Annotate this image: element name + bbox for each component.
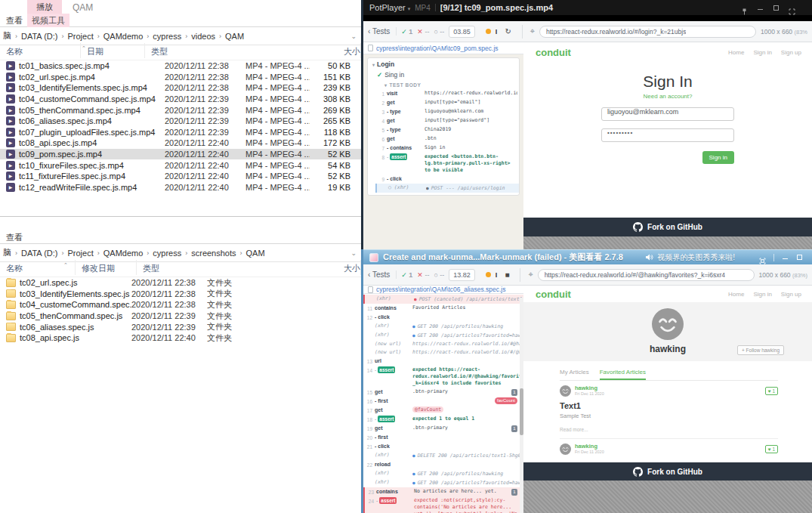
file-row[interactable]: ▶tc05_thenCommand.spec.js.mp42020/12/11 … [0, 104, 361, 116]
log-row[interactable]: 12- click [363, 313, 523, 322]
article-author[interactable]: hawking [575, 385, 604, 391]
log-row[interactable]: 6get.btn [375, 134, 519, 144]
log-row[interactable]: 7- containsSign in [375, 144, 519, 153]
file-row[interactable]: ▶tc11_fixtureFiles.spec.js.mp42020/12/11… [0, 171, 361, 182]
breadcrumb-item[interactable]: 脑 [2, 30, 13, 42]
breadcrumb-item[interactable]: Project [66, 249, 94, 258]
spec-file-row[interactable]: cypress\integration\QAM\tc09_pom.spec.js [363, 42, 523, 54]
breadcrumb-item[interactable]: Project [66, 32, 94, 41]
favorite-button[interactable]: ♥ 1 [765, 387, 778, 395]
folder-row[interactable]: tc08_api.spec.js2020/12/11 22:40文件夹 [0, 332, 361, 344]
nav-link[interactable]: Home [728, 49, 744, 56]
file-row[interactable]: ▶tc08_api.spec.js.mp42020/12/11 22:40MP4… [0, 138, 361, 149]
file-row[interactable]: ▶tc12_readWriteFiile.spec.js.mp42020/12/… [0, 182, 361, 193]
log-row[interactable]: 17get@favCount [363, 406, 523, 415]
log-row[interactable]: 2getinput[type="email"] [375, 98, 519, 107]
log-row[interactable]: (xhr)●DELETE 200 /api/articles/text1-5hg… [363, 451, 523, 460]
nav-link[interactable]: Sign up [781, 49, 801, 56]
ribbon-tab-view[interactable]: 查看 [6, 14, 23, 26]
column-header[interactable]: 修改日期 [76, 260, 137, 275]
log-row[interactable]: 14- assertexpected https://react-redux.r… [363, 366, 523, 388]
log-row[interactable]: (xhr)●GET 200 /api/articles?favorited=ha… [363, 331, 523, 340]
file-row[interactable]: ▶tc01_basics.spec.js.mp42020/12/11 22:38… [0, 60, 361, 72]
speaker-icon[interactable] [645, 253, 653, 261]
follow-button[interactable]: + Follow hawking [737, 345, 784, 355]
breadcrumb-item[interactable]: videos [190, 32, 217, 41]
stop-icon[interactable]: ■ [505, 270, 509, 279]
minimize-icon[interactable] [757, 5, 764, 11]
log-row[interactable]: 13url [363, 357, 523, 366]
fullscreen-icon[interactable] [789, 5, 795, 11]
nav-link[interactable]: Sign in [753, 291, 771, 298]
meitu-titlebar[interactable]: Create and mark-unma...Mark-unmark (fail… [363, 249, 812, 264]
nav-link[interactable]: Home [728, 291, 744, 298]
log-row[interactable]: 8- assertexpected <button.btn.btn-lg.btn… [375, 153, 519, 175]
log-row[interactable]: ○ (xhr)●POST --- /api/users/login [375, 184, 519, 193]
ribbon-tab-play[interactable]: 播放 [27, 0, 62, 14]
breadcrumb-item[interactable]: screenshots [190, 249, 237, 258]
chevron-down-icon[interactable]: ⌄ [350, 32, 357, 40]
column-header[interactable]: 类型 [137, 260, 338, 275]
ribbon-tab-view[interactable]: 查看 [6, 231, 23, 243]
restart-icon[interactable]: ↻ [505, 27, 511, 36]
log-row[interactable]: 1visithttps://react-redux.realworld.io/#… [375, 89, 519, 98]
read-more-link[interactable]: Read more... [560, 427, 778, 432]
log-row[interactable]: (xhr)●GET 200 /api/articles?favorited=ha… [363, 478, 523, 487]
file-row[interactable]: ▶tc06_aliases.spec.js.mp42020/12/11 22:3… [0, 116, 361, 127]
password-field[interactable]: ••••••••• [601, 128, 734, 142]
file-row[interactable]: ▶tc03_IdentifyElements.spec.js.mp42020/1… [0, 82, 361, 94]
need-account-link[interactable]: Need an account? [523, 93, 812, 100]
test-header[interactable]: ✓Sing in [368, 70, 519, 80]
folder-row[interactable]: tc04_customeCommand.spec.js2020/12/11 22… [0, 299, 361, 311]
tab-my-articles[interactable]: My Articles [560, 369, 589, 380]
maximize-icon[interactable] [773, 5, 780, 11]
column-header[interactable]: 大小 [338, 43, 361, 58]
column-header[interactable]: 名称 [0, 43, 81, 58]
suite-header[interactable]: ▾Login [368, 58, 519, 70]
breadcrumb-item[interactable]: QAM [224, 32, 245, 41]
email-field[interactable]: liguoyou@mklearn.com [601, 107, 734, 121]
minimize-icon[interactable] [782, 254, 789, 261]
folder-row[interactable]: tc05_thenCommand.spec.js2020/12/11 22:39… [0, 311, 361, 322]
pin-icon[interactable] [741, 5, 748, 11]
folder-row[interactable]: tc03_IdentifyElements.spec.js2020/12/11 … [0, 289, 361, 300]
log-row[interactable]: 21- click [363, 442, 523, 451]
log-row[interactable]: 15get.btn-primary1 [363, 388, 523, 397]
conduit-brand[interactable]: conduit [536, 47, 571, 58]
favorite-button[interactable]: ♥ 1 [765, 445, 778, 453]
fork-on-github-banner[interactable]: Fork on GitHub [523, 462, 812, 481]
file-row[interactable]: ▶tc02_url.spec.js.mp42020/12/11 22:38MP4… [0, 72, 361, 83]
article-preview[interactable]: hawkingFri Dec 11 2020♥ 1 [560, 438, 778, 458]
potplayer-titlebar[interactable]: PotPlayer ▾ MP4 [9/12] tc09_pom.spec.js.… [363, 0, 812, 15]
app-url-bar[interactable]: https://react-redux.realworld.io/#/login… [539, 26, 756, 38]
log-row[interactable]: (xhr)●GET 200 /api/profiles/hawking [363, 469, 523, 478]
tab-favorited-articles[interactable]: Favorited Articles [600, 369, 646, 380]
nav-link[interactable]: Sign up [781, 291, 801, 298]
log-row[interactable]: 16- firstfavCount [363, 397, 523, 406]
potplayer-menu[interactable]: PotPlayer ▾ [369, 3, 410, 12]
selector-playground-icon[interactable]: ⌖ [530, 26, 535, 36]
breadcrumb-item[interactable]: cypress [151, 32, 183, 41]
breadcrumb-item[interactable]: 脑 [2, 247, 13, 258]
selector-playground-icon[interactable]: ⌖ [528, 270, 533, 280]
log-row[interactable]: 19get.btn-primary1 [363, 424, 523, 433]
article-title[interactable]: Text1 [560, 401, 778, 410]
fork-on-github-banner[interactable]: Fork on GitHub [523, 218, 812, 236]
nav-link[interactable]: Sign in [753, 49, 771, 56]
file-row[interactable]: ▶tc07_plugin_uploadFiles.spec.js.mp42020… [0, 127, 361, 138]
log-row[interactable]: (xhr)●POST (canceled) /api/articles/text… [363, 295, 523, 304]
log-row[interactable]: 24- assertexpected :not(script,style):cy… [363, 496, 523, 513]
log-row[interactable]: 5- typeChina2019 [375, 125, 519, 134]
log-row[interactable]: 3- typeliguoyou@mklearn.com [375, 107, 519, 116]
chevron-down-icon[interactable]: ⌄ [350, 249, 357, 257]
article-preview[interactable]: hawkingFri Dec 11 2020♥ 1Text1Sample Tes… [560, 380, 778, 438]
file-row[interactable]: ▶tc09_pom.spec.js.mp42020/12/11 22:40MP4… [0, 149, 361, 160]
log-row[interactable]: 9- click [375, 175, 519, 184]
breadcrumb-item[interactable]: QAM [245, 249, 267, 258]
signin-button[interactable]: Sign in [702, 151, 734, 164]
breadcrumb-item[interactable]: QAMdemo [102, 249, 145, 258]
file-row[interactable]: ▶tc04_customeCommand.spec.js.mp42020/12/… [0, 94, 361, 105]
app-url-bar[interactable]: https://react-redux.realworld.io/#/@hawk… [538, 269, 755, 281]
maximize-icon[interactable] [796, 254, 803, 261]
log-row[interactable]: (new url)https://react-redux.realworld.i… [363, 348, 523, 357]
